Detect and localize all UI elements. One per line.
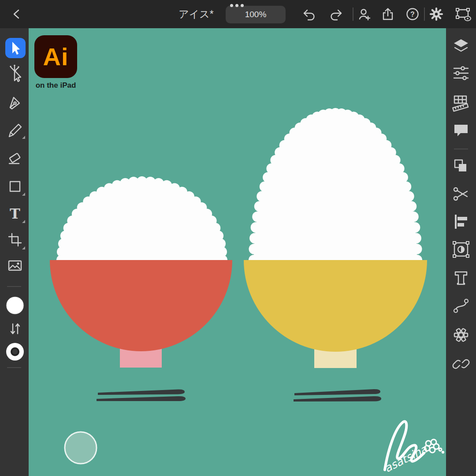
svg-text:?: ? xyxy=(410,11,415,18)
align-button[interactable] xyxy=(455,215,467,229)
help-icon[interactable]: ? xyxy=(405,6,420,22)
toolbar-divider xyxy=(353,7,353,21)
grids-rulers-button[interactable] xyxy=(453,96,468,111)
top-app-bar: アイス* 100% ? xyxy=(0,0,476,28)
trim-button[interactable] xyxy=(454,188,467,200)
layers-panel-button[interactable] xyxy=(454,39,468,51)
artboard-tool[interactable] xyxy=(9,234,25,249)
on-the-ipad-caption: on the iPad xyxy=(31,81,80,90)
svg-text:T: T xyxy=(10,205,20,222)
document-dots-icon xyxy=(230,4,244,7)
swap-fill-stroke-icon[interactable] xyxy=(11,324,19,334)
settings-gear-icon[interactable] xyxy=(428,6,444,22)
type-tool[interactable]: T xyxy=(10,205,25,223)
preview-mode-icon[interactable] xyxy=(454,6,472,22)
pencil-tool[interactable] xyxy=(9,124,25,139)
properties-panel-button[interactable] xyxy=(454,67,468,79)
stroke-color-well[interactable] xyxy=(6,343,24,361)
undo-icon[interactable] xyxy=(301,6,317,22)
color-dot xyxy=(65,432,97,464)
subtool-indicator xyxy=(22,193,25,196)
rice-mound-left xyxy=(56,176,227,265)
link-button[interactable] xyxy=(453,360,469,368)
selection-tool[interactable] xyxy=(5,38,26,58)
fill-color-well[interactable] xyxy=(6,297,24,314)
artist-signature: asatsina. xyxy=(383,421,444,475)
combine-button[interactable] xyxy=(455,160,466,171)
back-chevron-icon[interactable] xyxy=(9,6,25,22)
comment-button[interactable] xyxy=(454,125,468,136)
invite-user-icon[interactable] xyxy=(356,6,372,22)
subtool-indicator xyxy=(22,136,25,139)
chopsticks-left xyxy=(97,389,186,401)
bowl-yellow xyxy=(244,260,427,352)
edit-path-button[interactable] xyxy=(454,299,468,312)
pen-tool[interactable] xyxy=(10,97,19,109)
plugins-button[interactable] xyxy=(454,328,468,342)
redo-icon[interactable] xyxy=(328,6,344,22)
flower-doodle xyxy=(424,439,444,453)
repeat-button[interactable] xyxy=(453,242,469,257)
artwork-scene: asatsina. xyxy=(29,28,446,476)
taskbar-panel xyxy=(446,28,476,476)
panel-divider xyxy=(454,149,468,149)
chopsticks-right xyxy=(294,389,381,402)
zoom-level-button[interactable]: 100% xyxy=(226,6,286,23)
tools-panel: T xyxy=(0,28,29,476)
toolbar-divider xyxy=(424,7,425,21)
bowl-red xyxy=(50,260,232,351)
panel-divider xyxy=(7,286,21,287)
illustrator-app-badge: Ai xyxy=(34,35,77,78)
direct-selection-tool[interactable] xyxy=(10,65,21,82)
place-image-tool[interactable] xyxy=(9,261,21,270)
zoom-level-value: 100% xyxy=(245,10,267,19)
share-icon[interactable] xyxy=(380,6,396,22)
rice-mound-right xyxy=(249,108,422,265)
document-canvas[interactable]: asatsina. Ai on the iPad xyxy=(29,28,446,476)
subtool-indicator xyxy=(22,220,25,223)
document-title[interactable]: アイス* xyxy=(167,0,225,28)
subtool-indicator xyxy=(22,246,25,249)
text-properties-button[interactable] xyxy=(455,272,467,284)
ai-logo-text: Ai xyxy=(43,42,69,71)
shape-tool[interactable] xyxy=(10,182,25,196)
eraser-tool[interactable] xyxy=(9,153,20,164)
panel-divider xyxy=(7,367,21,368)
